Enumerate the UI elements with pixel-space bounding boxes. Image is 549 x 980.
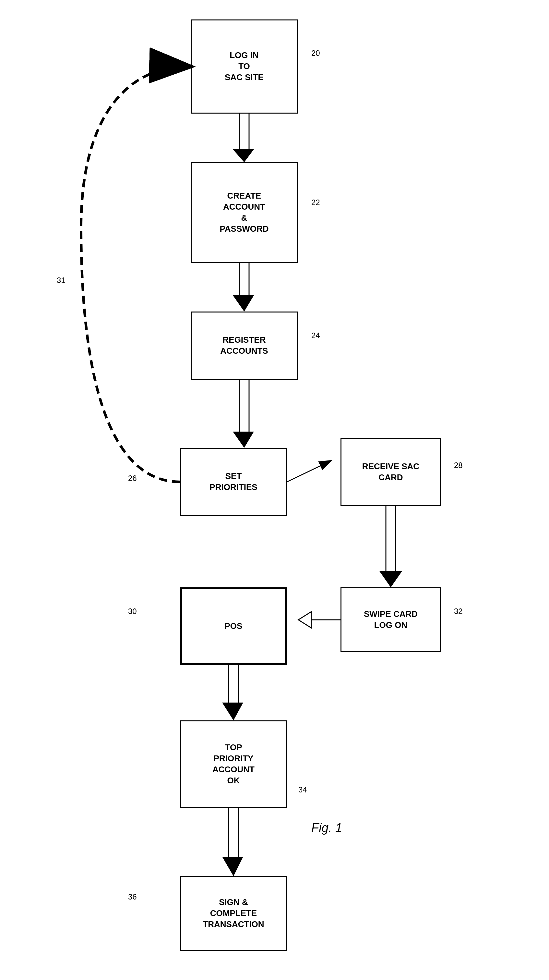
svg-line-13 (287, 461, 331, 482)
box-pos-label: POS (225, 621, 243, 632)
box-sign-complete: SIGN & COMPLETE TRANSACTION (180, 876, 287, 951)
box-set-priorities-label: SET PRIORITIES (209, 471, 257, 493)
diagram-container: LOG IN TO SAC SITE CREATE ACCOUNT & PASS… (0, 0, 549, 980)
box-login-label: LOG IN TO SAC SITE (225, 50, 263, 83)
box-register: REGISTER ACCOUNTS (191, 312, 298, 380)
svg-marker-18 (298, 612, 311, 628)
box-pos: POS (180, 587, 287, 665)
box-receive-sac: RECEIVE SAC CARD (341, 438, 441, 506)
ref-20: 20 (311, 49, 320, 58)
ref-30: 30 (128, 607, 137, 616)
box-receive-sac-label: RECEIVE SAC CARD (362, 461, 419, 483)
box-swipe-card-label: SWIPE CARD LOG ON (364, 609, 418, 631)
svg-marker-16 (379, 571, 402, 587)
ref-36: 36 (128, 892, 137, 902)
box-sign-complete-label: SIGN & COMPLETE TRANSACTION (203, 897, 264, 930)
box-swipe-card: SWIPE CARD LOG ON (341, 587, 441, 652)
box-login: LOG IN TO SAC SITE (191, 19, 298, 114)
ref-28: 28 (454, 461, 463, 470)
svg-marker-9 (233, 295, 254, 312)
fig-label: Fig. 1 (311, 821, 342, 835)
ref-26: 26 (128, 474, 137, 483)
svg-marker-6 (233, 149, 254, 162)
ref-32: 32 (454, 607, 463, 616)
ref-34: 34 (298, 785, 307, 794)
box-create: CREATE ACCOUNT & PASSWORD (191, 162, 298, 263)
box-top-priority: TOP PRIORITY ACCOUNT OK (180, 721, 287, 808)
ref-22: 22 (311, 198, 320, 207)
box-register-label: REGISTER ACCOUNTS (220, 334, 268, 356)
box-set-priorities: SET PRIORITIES (180, 448, 287, 516)
ref-24: 24 (311, 331, 320, 340)
svg-marker-21 (222, 703, 243, 721)
ref-31: 31 (57, 276, 65, 285)
svg-marker-24 (222, 857, 243, 876)
box-top-priority-label: TOP PRIORITY ACCOUNT OK (213, 742, 255, 786)
svg-marker-12 (233, 431, 254, 448)
box-create-label: CREATE ACCOUNT & PASSWORD (219, 191, 268, 234)
